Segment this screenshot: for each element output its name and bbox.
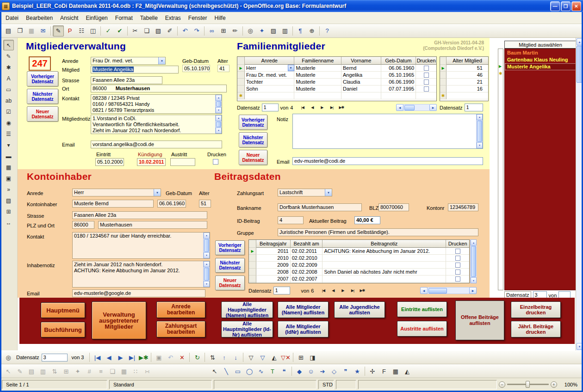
new-document-icon[interactable]: ▤ bbox=[3, 25, 14, 37]
cell-bezahlt[interactable]: 02.02.2010 bbox=[291, 255, 323, 262]
scroll-track[interactable] bbox=[403, 104, 429, 111]
scroll-up-icon[interactable]: ▲ bbox=[477, 114, 483, 120]
record-number-input[interactable]: 1 bbox=[273, 287, 290, 294]
control-properties-icon[interactable]: ▤ bbox=[26, 366, 37, 377]
menu-item-datei[interactable]: Datei bbox=[2, 13, 22, 23]
col-header-beitragnotiz[interactable]: Beitragnotiz bbox=[323, 240, 446, 248]
cell-bezahlt[interactable]: 02.02.2006 bbox=[291, 282, 323, 283]
beitrag-row[interactable]: 2009 02.02.2009 bbox=[249, 262, 469, 269]
cell-drucken[interactable] bbox=[446, 248, 469, 255]
first-record-icon[interactable]: |◀ bbox=[92, 352, 103, 363]
navigation-bar-icon[interactable]: ↔ bbox=[3, 217, 14, 228]
zoom-in-icon[interactable]: + bbox=[551, 381, 557, 388]
scroll-thumb[interactable] bbox=[471, 246, 476, 277]
find-replace-icon[interactable]: ◎ bbox=[245, 25, 256, 37]
drucken-checkbox[interactable] bbox=[455, 263, 460, 268]
scrollbar[interactable]: ▲▼ bbox=[215, 115, 222, 134]
cell-geb-datum[interactable]: 06.06.1960 bbox=[381, 65, 416, 72]
line-icon[interactable]: ╲ bbox=[221, 366, 232, 377]
kontonr-field[interactable]: 123456789 bbox=[448, 203, 478, 211]
zoom-out-icon[interactable]: − bbox=[499, 381, 505, 388]
select-icon[interactable]: ↖ bbox=[3, 40, 14, 50]
drucken-checkbox[interactable] bbox=[455, 256, 460, 261]
col-header-drucken[interactable]: Drucken bbox=[446, 240, 469, 248]
member-new-record-button[interactable]: Neuer Datensatz bbox=[27, 106, 58, 122]
eintritt-field[interactable]: 05.10.2000 bbox=[95, 158, 124, 166]
alle-hauptmitglieder-idnr-button[interactable]: Alle Hauptmitglieder (Id-Nr) auflisten bbox=[221, 321, 273, 337]
menu-item-tabelle[interactable]: Tabelle bbox=[136, 13, 161, 23]
format-paintbrush-icon[interactable]: ✐ bbox=[164, 25, 175, 37]
last-record-button[interactable]: ▶| bbox=[328, 104, 335, 111]
cell-notiz[interactable] bbox=[323, 276, 446, 282]
scroll-down-icon[interactable]: ▼ bbox=[477, 142, 483, 148]
konto-plz-field[interactable]: 86000 bbox=[72, 221, 94, 229]
eintritte-auflisten-button[interactable]: Eintritte auflisten bbox=[397, 301, 447, 317]
beitrag-prev-record-button[interactable]: Vorheriger Datensatz bbox=[215, 240, 245, 255]
scroll-down-icon[interactable]: ▼ bbox=[471, 277, 477, 283]
scrollbar[interactable]: ▲▼ bbox=[476, 114, 483, 148]
cell-notiz[interactable] bbox=[323, 282, 446, 283]
push-button-icon[interactable]: ▬ bbox=[3, 151, 14, 161]
cell-jahr[interactable]: 2008 bbox=[256, 269, 291, 276]
row-selector[interactable]: ✱ bbox=[440, 92, 447, 99]
sort-descending-icon[interactable]: ↓ bbox=[230, 352, 241, 363]
family-notiz-textarea[interactable]: ▲▼ bbox=[292, 114, 483, 149]
new-record-button[interactable]: ▶✱ bbox=[358, 287, 366, 294]
flowchart-icon[interactable]: ◇ bbox=[329, 366, 340, 377]
scroll-thumb[interactable] bbox=[428, 288, 447, 294]
beitrag-row[interactable]: 2010 02.02.2010 bbox=[249, 255, 469, 262]
edit-file-icon[interactable]: ✎ bbox=[53, 25, 64, 37]
alle-mitglieder-idnr-button[interactable]: Alle Mitglieder (IdNr) auflisten bbox=[278, 321, 329, 337]
paste-icon[interactable]: ▧ bbox=[153, 25, 164, 37]
form-navigator-icon[interactable]: ✦ bbox=[72, 366, 83, 377]
add-field-icon[interactable]: ⊞ bbox=[61, 366, 72, 377]
col-header-alter[interactable]: Alter Mitglied bbox=[447, 57, 488, 65]
alle-jugendliche-button[interactable]: Alle Jugendliche auflisten bbox=[334, 301, 385, 318]
alter-row[interactable]: 46 bbox=[440, 72, 488, 79]
col-header-familienname[interactable]: Familienname bbox=[294, 57, 341, 65]
row-selector[interactable]: ✱ bbox=[237, 92, 245, 99]
row-selector[interactable] bbox=[440, 72, 447, 79]
scroll-thumb[interactable] bbox=[216, 122, 221, 127]
control-wizard-icon[interactable]: ✱ bbox=[3, 62, 14, 73]
beitrag-row-partial[interactable]: 2006 02.02.2006 bbox=[249, 282, 469, 283]
record-number-input[interactable]: 1 bbox=[262, 104, 279, 111]
autofilter-icon[interactable]: ▽ bbox=[245, 352, 256, 363]
cell-geb-datum[interactable]: 06.06.1990 bbox=[381, 79, 416, 86]
blz-field[interactable]: 80070060 bbox=[378, 203, 409, 211]
gallery-icon[interactable]: ▨ bbox=[268, 25, 279, 37]
scroll-down-icon[interactable]: ▼ bbox=[216, 128, 222, 134]
cell-drucken[interactable] bbox=[446, 269, 469, 276]
cell-drucken[interactable] bbox=[446, 255, 469, 262]
list-item[interactable]: Baum Martin bbox=[505, 49, 576, 56]
previous-record-button[interactable]: ◀ bbox=[329, 287, 337, 294]
konto-name-field[interactable]: Musterle Bernd bbox=[72, 200, 154, 208]
cell-geb-datum[interactable]: 05.10.1965 bbox=[381, 72, 416, 79]
scroll-up-icon[interactable]: ▲ bbox=[216, 95, 222, 101]
insert-table-icon[interactable]: ⊞ bbox=[218, 25, 229, 37]
family-prev-record-button[interactable]: Vorheriger Datensatz bbox=[239, 115, 267, 130]
member-notiz-textarea[interactable]: 1.Vorstand in CoDi. Verantwortlich für Ö… bbox=[91, 115, 222, 134]
callout-shapes-icon[interactable]: ❞ bbox=[340, 366, 351, 377]
row-selector[interactable] bbox=[237, 86, 245, 92]
sort-ascending-icon[interactable]: ↑ bbox=[218, 352, 229, 363]
cell-drucken[interactable] bbox=[416, 86, 436, 92]
next-record-button[interactable]: ▶ bbox=[339, 287, 347, 294]
cell-drucken[interactable] bbox=[416, 79, 436, 86]
gruppe-field[interactable]: Juristische Personen (Firmen und Selbstä… bbox=[278, 228, 478, 236]
cell-empty[interactable] bbox=[416, 92, 436, 99]
beitrag-table-scrollbar[interactable]: ▲ ▼ bbox=[470, 239, 477, 283]
member-strasse-field[interactable]: Fasanen Allee 23a bbox=[91, 76, 162, 84]
row-selector[interactable] bbox=[249, 282, 256, 283]
form-based-filter-icon[interactable]: ◭ bbox=[268, 352, 279, 363]
cell-jahr[interactable]: 2006 bbox=[256, 282, 291, 283]
cell-familienname[interactable]: Musterle bbox=[295, 65, 341, 72]
horizontal-scrollbar[interactable]: ◀ ▶ bbox=[420, 287, 477, 294]
cell-jahr[interactable]: 2007 bbox=[256, 276, 291, 282]
first-record-button[interactable]: |◀ bbox=[319, 287, 327, 294]
member-drucken-checkbox[interactable] bbox=[213, 159, 218, 165]
design-mode-icon[interactable]: ✎ bbox=[14, 366, 25, 377]
row-selector[interactable] bbox=[249, 276, 256, 282]
combo-box-icon[interactable]: ▾ bbox=[3, 140, 14, 150]
position-size-icon[interactable]: # bbox=[84, 366, 95, 377]
